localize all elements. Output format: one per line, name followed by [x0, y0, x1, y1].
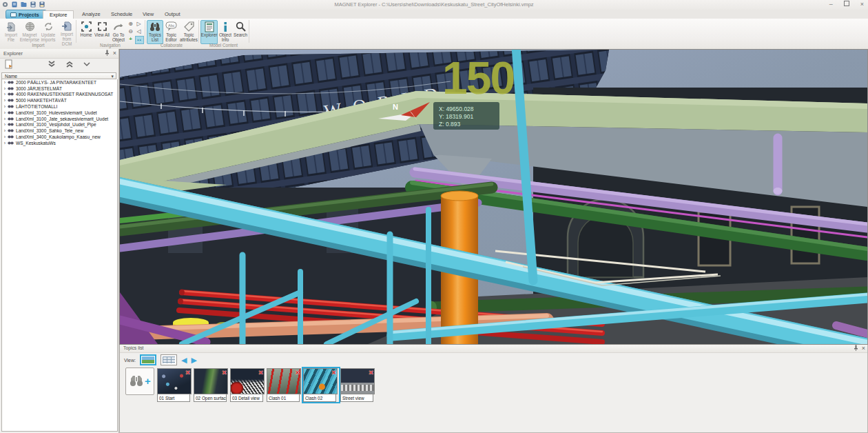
topic-thumbnail-street-view[interactable]: × Street view [339, 367, 378, 403]
globe-icon [25, 21, 35, 32]
expander-icon[interactable]: › [2, 141, 8, 145]
svg-text:Abc: Abc [168, 23, 175, 28]
model-tree: ›2000 PÄÄLLYS- JA PINTARAKENTEET ›3000 J… [1, 79, 118, 432]
topic-label: 01 Start [157, 394, 190, 402]
expander-icon[interactable]: › [2, 110, 8, 115]
topics-panel-title: Topics list [123, 345, 143, 350]
tree-item[interactable]: ›LandXml_3400_Kaukolampo_Kaasu_new [2, 134, 117, 140]
tab-schedule[interactable]: Schedule [105, 10, 138, 19]
expander-icon[interactable]: › [2, 117, 8, 121]
view-label: View: [124, 358, 136, 363]
zoom-out-button[interactable]: ⊖ [127, 28, 134, 35]
tree-item[interactable]: ›LandXml_3100_Vesijohdot_Uudet_Pipe [2, 122, 117, 128]
visibility-icon[interactable] [8, 134, 14, 139]
expander-icon[interactable]: › [2, 122, 8, 127]
pin-icon[interactable] [105, 50, 110, 57]
close-button[interactable]: × [860, 1, 864, 8]
visibility-icon[interactable] [8, 141, 14, 145]
expander-icon[interactable]: › [2, 98, 8, 103]
topic-thumbnail-clash-02[interactable]: × Clash 02 [302, 367, 340, 403]
topic-label: 03 Detail view [230, 394, 263, 402]
tree-item[interactable]: ›4000 RAKENNUSTEKNISET RAKENNUSOSAT [2, 92, 117, 98]
import-file-icon [6, 21, 17, 32]
collapse-all-icon[interactable] [48, 61, 56, 69]
window-controls: – × [829, 1, 864, 8]
next-topic-button[interactable]: ▶ [191, 356, 196, 364]
visibility-icon[interactable] [8, 80, 14, 85]
import-from-dcm-button[interactable]: Import from DCM [57, 20, 76, 44]
topic-thumbnail-01-start[interactable]: × 01 Start [156, 367, 194, 403]
step-forward-button[interactable]: ▷ [135, 21, 143, 28]
home-button[interactable]: Home [78, 20, 94, 44]
pin-icon[interactable] [854, 345, 858, 352]
magnet-enterprise-button[interactable]: Magnet Enterprise [20, 20, 39, 44]
goto-arrow-icon [113, 21, 124, 32]
topic-thumbnail-03-detail-view[interactable]: × 03 Detail view [229, 367, 267, 403]
tree-item[interactable]: ›2000 PÄÄLLYS- JA PINTARAKENTEET [2, 79, 117, 85]
binoculars-icon [149, 21, 161, 32]
visibility-icon[interactable] [8, 128, 14, 133]
visibility-icon[interactable] [8, 110, 14, 115]
name-column-header[interactable]: Name ▾ [1, 72, 116, 79]
explorer-button[interactable]: Explorer [200, 20, 218, 44]
load-model-icon[interactable] [5, 59, 14, 70]
search-button[interactable]: Search [233, 20, 248, 44]
tab-view[interactable]: View [136, 10, 160, 19]
object-info-button[interactable]: Object Info [217, 20, 234, 44]
tree-item[interactable]: ›3000 JÄRJESTELMÄT [2, 85, 117, 92]
image-view-button[interactable] [140, 354, 156, 365]
topic-attributes-button[interactable]: Topic attributes [179, 20, 198, 44]
topic-thumbnail-clash-01[interactable]: × Clash 01 [265, 367, 304, 403]
visibility-icon[interactable] [8, 117, 14, 121]
expander-icon[interactable]: › [2, 134, 8, 139]
add-view-button[interactable]: + [127, 36, 134, 43]
tree-item[interactable]: ›LandXml_3300_Sahko_Tele_new [2, 128, 117, 134]
visibility-icon[interactable] [8, 104, 14, 109]
expander-icon[interactable]: › [2, 86, 8, 91]
restore-button[interactable] [844, 1, 849, 8]
chevron-down-icon[interactable] [83, 61, 90, 68]
title-bar: MAGNET Explorer - C:\Users\shel\Download… [0, 0, 868, 10]
view-all-button[interactable]: View All [94, 20, 110, 44]
expander-icon[interactable]: › [2, 80, 8, 85]
info-icon [223, 21, 228, 32]
tree-item[interactable]: ›LandXml_3100_Jate_sekavesiviemarit_Uude… [2, 116, 117, 122]
visibility-icon[interactable] [8, 86, 14, 91]
step-back-button[interactable]: ◁ [135, 28, 143, 35]
tree-item[interactable]: ›LandXml_3100_Hulevesiviemarit_Uudet [2, 110, 117, 116]
go-to-object-button[interactable]: Go To Object [110, 20, 127, 44]
tree-item[interactable]: ›5000 HANKETEHTÄVÄT [2, 97, 117, 103]
visibility-icon[interactable] [8, 98, 14, 103]
visibility-icon[interactable] [8, 122, 14, 127]
tree-item[interactable]: ›WS_KeskuskatuWs [2, 140, 117, 146]
tag-icon [184, 21, 194, 32]
import-file-button[interactable]: Import File [1, 20, 21, 44]
explorer-panel-title: Explorer [3, 50, 23, 57]
add-topic-button[interactable]: + [125, 367, 154, 395]
panel-close-icon[interactable]: × [113, 50, 116, 57]
tree-item[interactable]: ›LÄHTÖTIETOMALLI [2, 103, 117, 110]
update-imports-button[interactable]: Update imports [39, 20, 58, 44]
panel-close-icon[interactable]: × [862, 345, 865, 352]
topic-thumbnail-02-open-surfaces[interactable]: × 02 Open surfaces [192, 367, 231, 403]
topic-editor-button[interactable]: Abc Topic Editor [163, 20, 180, 44]
search-icon [236, 21, 246, 32]
refresh-icon [43, 21, 54, 32]
expand-all-icon[interactable] [65, 61, 74, 69]
tab-output[interactable]: Output [158, 10, 187, 19]
minimize-button[interactable]: – [829, 1, 833, 8]
topics-list-button[interactable]: Topics List [147, 20, 163, 44]
visibility-icon[interactable] [8, 92, 14, 97]
viewport-3d[interactable]: WORLD [119, 49, 868, 345]
topic-flag-icon: × [296, 369, 300, 376]
projects-menu-button[interactable]: Projects [6, 10, 47, 19]
tab-analyze[interactable]: Analyze [76, 10, 107, 19]
zoom-in-button[interactable]: ⊕ [127, 21, 134, 28]
expander-icon[interactable]: › [2, 92, 8, 97]
previous-topic-button[interactable]: ◀ [181, 356, 187, 364]
expander-icon[interactable]: › [2, 128, 8, 133]
topic-label: 02 Open surfaces [194, 394, 227, 402]
expander-icon[interactable]: › [2, 104, 8, 109]
import-dcm-icon [61, 21, 72, 32]
table-view-button[interactable] [161, 354, 177, 365]
